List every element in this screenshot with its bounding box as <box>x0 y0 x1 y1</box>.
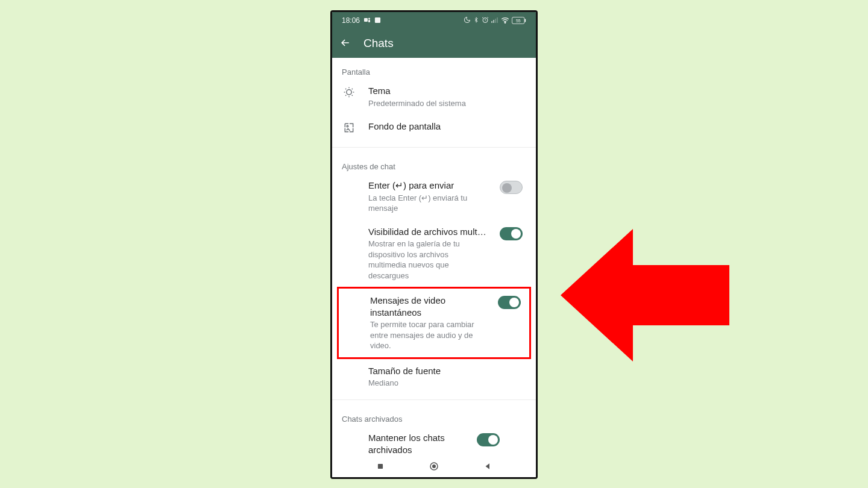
wallpaper-icon <box>343 122 355 136</box>
svg-point-9 <box>505 22 506 23</box>
phone-frame: 18:06 55 <box>330 10 538 479</box>
row-media-visibility[interactable]: Visibilidad de archivos multime… Mostrar… <box>332 220 536 287</box>
row-title: Tamaño de fuente <box>368 365 526 377</box>
row-sub: La tecla Enter (↵) enviará tu mensaje <box>368 193 488 214</box>
row-title: Mantener los chats archivados <box>368 432 465 455</box>
app-bar: Chats <box>332 29 536 58</box>
section-label-ajustes: Ajustes de chat <box>332 152 536 174</box>
row-sub: Te permite tocar para cambiar entre mens… <box>370 319 486 351</box>
signal-icon <box>491 17 498 24</box>
row-enter-send[interactable]: Enter (↵) para enviar La tecla Enter (↵)… <box>332 174 536 220</box>
row-sub: Mostrar en la galería de tu dispositivo … <box>368 239 488 281</box>
bluetooth-icon <box>473 16 479 25</box>
linkedin-icon <box>374 17 381 25</box>
wifi-icon <box>501 17 509 25</box>
svg-point-17 <box>432 465 436 468</box>
svg-rect-3 <box>375 17 380 22</box>
row-title: Visibilidad de archivos multime… <box>368 226 488 238</box>
settings-content: Pantalla Tema Predeterminado del sistema… <box>332 58 536 455</box>
row-title: Enter (↵) para enviar <box>368 180 488 192</box>
battery-icon: 55 <box>512 17 526 24</box>
page-title: Chats <box>363 37 394 50</box>
svg-rect-8 <box>497 17 498 23</box>
svg-text:55: 55 <box>516 19 521 23</box>
toggle-keep-archived[interactable] <box>477 433 500 446</box>
svg-point-13 <box>347 90 351 95</box>
teams-icon <box>363 16 371 25</box>
row-sub: Mediano <box>368 378 526 389</box>
row-sub: Predeterminado del sistema <box>368 98 526 109</box>
svg-rect-0 <box>364 18 368 22</box>
svg-rect-7 <box>495 19 496 23</box>
svg-point-1 <box>368 18 370 20</box>
svg-rect-5 <box>491 21 492 23</box>
row-video-messages[interactable]: Mensajes de video instantáneos Te permit… <box>344 292 524 354</box>
android-nav-bar <box>332 455 536 477</box>
divider <box>332 147 536 148</box>
status-time: 18:06 <box>342 16 360 25</box>
row-fondo[interactable]: Fondo de pantalla <box>332 114 536 142</box>
row-font-size[interactable]: Tamaño de fuente Mediano <box>332 359 536 395</box>
alarm-icon <box>482 16 489 25</box>
back-icon[interactable] <box>339 37 351 51</box>
section-label-archived: Chats archivados <box>332 405 536 426</box>
svg-marker-18 <box>561 229 729 361</box>
row-keep-archived[interactable]: Mantener los chats archivados Los chats … <box>332 426 536 455</box>
svg-rect-6 <box>493 20 494 23</box>
nav-home-button[interactable] <box>429 461 439 472</box>
row-title: Tema <box>368 85 526 97</box>
toggle-enter-send[interactable] <box>500 181 523 194</box>
svg-rect-2 <box>368 20 370 22</box>
theme-icon <box>343 86 355 101</box>
svg-point-14 <box>347 125 348 127</box>
divider <box>332 399 536 400</box>
row-title: Mensajes de video instantáneos <box>370 295 486 318</box>
nav-recents-button[interactable] <box>375 461 386 472</box>
svg-rect-11 <box>524 19 526 22</box>
row-title: Fondo de pantalla <box>368 120 526 133</box>
toggle-video-messages[interactable] <box>498 296 521 309</box>
status-bar: 18:06 55 <box>332 12 536 29</box>
annotation-arrow <box>561 205 741 386</box>
section-label-pantalla: Pantalla <box>332 58 536 79</box>
highlight-video-messages: Mensajes de video instantáneos Te permit… <box>337 287 531 359</box>
moon-icon <box>464 16 471 25</box>
toggle-media-visibility[interactable] <box>500 227 523 240</box>
row-tema[interactable]: Tema Predeterminado del sistema <box>332 79 536 114</box>
svg-rect-15 <box>378 464 383 469</box>
nav-back-button[interactable] <box>482 461 493 472</box>
